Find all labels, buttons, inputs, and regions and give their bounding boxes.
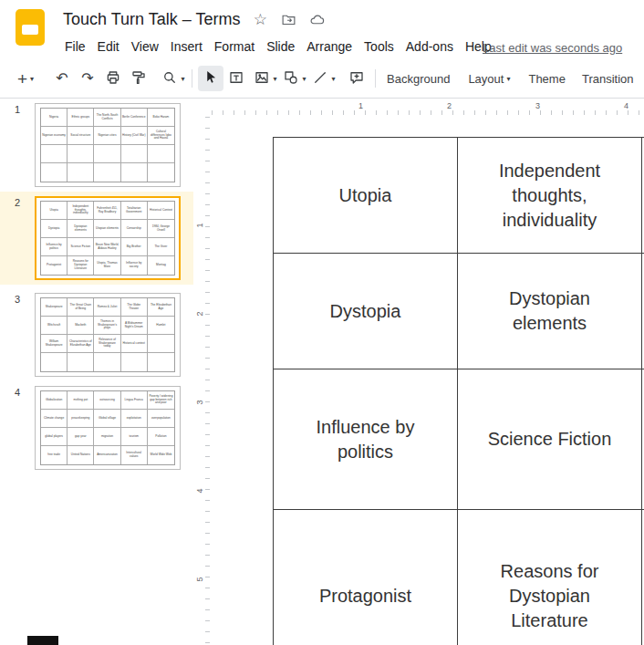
redo-icon: ↷: [81, 71, 93, 86]
thumb-cell: Hamlet: [148, 317, 174, 335]
transition-button[interactable]: Transition: [576, 65, 639, 92]
thumb-cell: Climate change: [41, 410, 68, 428]
paint-roller-icon: [130, 69, 147, 88]
title-row: Touch Turn Talk – Terms ☆: [63, 10, 325, 29]
line-button[interactable]: ▾: [311, 66, 337, 91]
slide-number: 2: [0, 196, 35, 280]
last-edit-link[interactable]: Last edit was seconds ago: [483, 41, 622, 55]
table-cell[interactable]: Protagonist: [274, 510, 458, 645]
layout-button[interactable]: Layout ▾: [462, 65, 515, 92]
thumb-cell: The Giver: [148, 238, 174, 256]
select-tool-button[interactable]: [198, 66, 223, 91]
table-cell[interactable]: Independent thoughts, individuality: [458, 138, 642, 254]
thumb-cell: [121, 145, 148, 163]
thumb-cell: Themes in Shakespeare's plays: [94, 317, 120, 335]
table-cell[interactable]: Reasons for Dystopian Literature: [458, 510, 642, 645]
thumbnail-table: Globalizationmelting potoutsourcingLingu…: [40, 390, 175, 465]
menu-format[interactable]: Format: [213, 39, 256, 54]
thumb-cell: Influence by society: [121, 256, 148, 275]
move-folder-icon[interactable]: [280, 12, 296, 28]
redo-button[interactable]: ↷: [75, 66, 100, 91]
thumb-cell: 1984, George Orwell: [148, 220, 174, 238]
thumb-cell: Montag: [148, 256, 174, 275]
thumb-cell: free trade: [41, 446, 68, 464]
thumb-cell: [148, 353, 174, 371]
menu-file[interactable]: File: [63, 39, 88, 54]
thumb-cell: Characteristics of Elizabethan Age: [68, 335, 94, 353]
thumb-cell: Americanization: [94, 446, 120, 464]
undo-button[interactable]: ↶: [49, 66, 75, 91]
menu-tools[interactable]: Tools: [362, 39, 396, 54]
thumbnail-canvas[interactable]: Globalizationmelting potoutsourcingLingu…: [35, 386, 181, 470]
thumb-cell: Utopia, Thomas More: [94, 256, 120, 275]
undo-icon: ↶: [56, 71, 68, 86]
thumb-cell: Social structure: [68, 127, 94, 145]
thumbnail-table: UtopiaIndependent thoughts, individualit…: [40, 201, 175, 276]
menu-slide[interactable]: Slide: [265, 39, 296, 54]
table-cell[interactable]: Influence by politics: [274, 369, 458, 510]
thumb-cell: Censorship: [121, 220, 148, 238]
ruler-number: 5: [195, 577, 204, 581]
table-cell[interactable]: Dystopian elements: [458, 254, 642, 369]
thumb-cell: Poverty / widening gap between rich and …: [148, 391, 174, 410]
insert-image-button[interactable]: ▾: [253, 66, 278, 91]
slide-thumbnail-3[interactable]: 3 ShakespeareThe Great Chain of BeingRom…: [0, 288, 193, 381]
table-cell[interactable]: Dystopia: [274, 254, 458, 369]
thumb-cell: Historical Context: [148, 202, 174, 220]
thumb-cell: [41, 353, 68, 371]
zoom-button[interactable]: ▾: [161, 66, 186, 91]
star-icon[interactable]: ☆: [252, 12, 268, 28]
thumb-cell: Utopia: [41, 202, 68, 220]
thumb-cell: migration: [94, 428, 120, 446]
background-button[interactable]: Background: [381, 65, 455, 92]
chevron-down-icon: ▾: [506, 75, 510, 83]
slide-thumbnail-2-selected[interactable]: 2 UtopiaIndependent thoughts, individual…: [0, 192, 193, 285]
thumbnail-canvas[interactable]: NigeriaEthnic groupsThe North-South Conf…: [35, 103, 181, 187]
text-box-button[interactable]: [223, 66, 249, 91]
slide-thumbnail-4[interactable]: 4 Globalizationmelting potoutsourcingLin…: [0, 381, 193, 474]
new-slide-button[interactable]: + ▾: [13, 66, 38, 91]
menu-addons[interactable]: Add-ons: [404, 39, 455, 54]
ruler-number: 2: [447, 101, 452, 110]
thumb-cell: Influence by politics: [41, 238, 68, 256]
thumb-cell: Intercultural values: [121, 446, 148, 464]
magnifier-icon: [161, 69, 178, 88]
slide-canvas[interactable]: Utopia Independent thoughts, individuali…: [212, 117, 644, 645]
ruler-number: 1: [358, 101, 363, 110]
insert-comment-button[interactable]: [344, 66, 369, 91]
thumb-cell: Dystopia: [41, 220, 68, 238]
thumb-cell: Shakespeare: [41, 298, 68, 317]
image-icon: [254, 69, 270, 88]
print-button[interactable]: [100, 66, 126, 91]
thumb-cell: Nigeria: [41, 109, 68, 127]
shape-button[interactable]: ▾: [282, 66, 307, 91]
thumb-cell: [148, 145, 174, 163]
thumbnail-canvas[interactable]: UtopiaIndependent thoughts, individualit…: [35, 196, 181, 280]
slide-thumbnail-1[interactable]: 1 NigeriaEthnic groupsThe North-South Co…: [0, 99, 193, 192]
thumb-cell: Utopian elements: [94, 220, 120, 238]
ruler-number: 1: [195, 223, 204, 227]
menu-view[interactable]: View: [130, 39, 161, 54]
menu-arrange[interactable]: Arrange: [305, 39, 354, 54]
thumbnail-canvas[interactable]: ShakespeareThe Great Chain of BeingRomeo…: [35, 293, 181, 377]
paint-format-button[interactable]: [126, 66, 151, 91]
thumb-cell: Totalitarian Government: [121, 202, 148, 220]
menu-edit[interactable]: Edit: [96, 39, 121, 54]
table-cell[interactable]: Utopia: [274, 138, 458, 254]
vertical-ruler[interactable]: 1 2 3 4 5: [193, 117, 212, 645]
cloud-status-icon[interactable]: [308, 12, 325, 28]
thumb-cell: The Globe Theater: [121, 298, 148, 317]
thumb-cell: Witchcraft: [41, 317, 68, 335]
table-cell[interactable]: Science Fiction: [458, 369, 642, 510]
theme-button[interactable]: Theme: [523, 65, 570, 92]
horizontal-ruler[interactable]: 1 2 3 4: [212, 99, 644, 117]
menu-insert[interactable]: Insert: [169, 39, 204, 54]
thumb-cell: tourism: [121, 428, 148, 446]
thumb-cell: The Elizabethan Age: [148, 298, 174, 317]
terms-table[interactable]: Utopia Independent thoughts, individuali…: [273, 137, 644, 645]
slide-number: 1: [0, 103, 35, 187]
document-title[interactable]: Touch Turn Talk – Terms: [63, 10, 240, 29]
thumb-cell: Nigerian economy: [41, 127, 68, 145]
thumb-cell: Macbeth: [68, 317, 94, 335]
slides-logo[interactable]: [16, 9, 45, 46]
